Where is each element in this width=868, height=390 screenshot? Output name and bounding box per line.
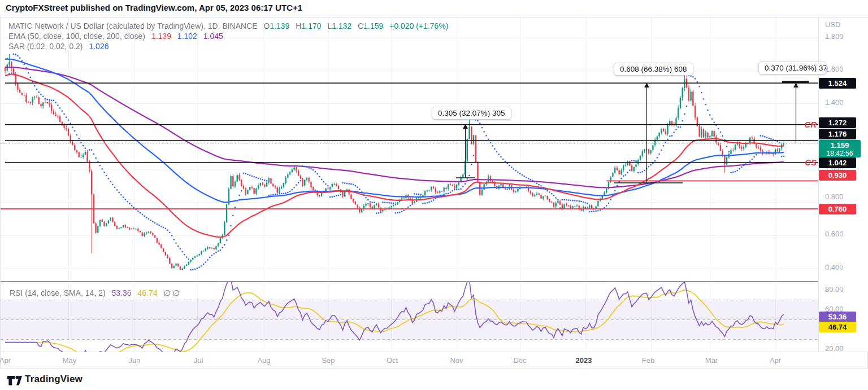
open-label: O [264,21,270,30]
legend-ema-row[interactable]: EMA (50, close, 100, close, 200, close) … [8,31,449,41]
footer-bar: TradingView [0,370,868,390]
price-axis-tick: 20.00 [825,344,844,353]
ema200-value: 1.045 [203,32,223,41]
time-axis-label: Dec [513,356,526,365]
time-axis-label: Apr [0,356,11,365]
price-axis-badge: 1.042 [819,157,856,168]
main-chart-canvas[interactable] [1,17,818,281]
change-value: +0.020 (+1.76%) [389,21,448,30]
time-axis-label: Mar [705,356,718,365]
high-label: H [296,21,301,30]
ema50-value: 1.139 [151,32,171,41]
sar-value: 1.026 [89,42,108,51]
fib-measure-box[interactable]: 0.370 (31.96%) 37 [758,62,827,75]
pane-separator[interactable] [1,281,818,282]
time-axis-label: Jun [129,356,141,365]
time-axis-label: Feb [642,356,654,365]
time-axis-label: Oct [387,356,398,365]
cr-resistance-label: CR [804,120,817,129]
ema100-value: 1.102 [177,32,197,41]
sar-label: SAR (0.02, 0.02, 0.2) [8,42,83,51]
fib-measure-box[interactable]: 0.305 (32.07%) 305 [432,107,511,120]
price-axis-badge: 0.930 [819,170,856,181]
symbol-title: MATIC Network / US Dollar (calculated by… [8,21,258,30]
tradingview-logo-icon[interactable] [7,374,22,385]
rsi-extra-values: ∅ ∅ [163,288,179,297]
legend-symbol-row[interactable]: MATIC Network / US Dollar (calculated by… [8,21,449,31]
cs-support-label: CS [805,157,817,167]
price-axis-badge: 1.176 [819,129,856,139]
plot-area[interactable]: MATIC Network / US Dollar (calculated by… [1,17,818,352]
fib-measure-box[interactable]: 0.608 (66.38%) 608 [614,63,693,76]
price-axis-tick: 0.600 [825,230,844,239]
price-axis-badge: 1.15918:42:56 [819,140,861,157]
tradingview-snapshot-page: CryptoFXStreet published on TradingView.… [0,0,868,390]
price-axis-tick: 80.00 [825,285,844,294]
price-axis-badge: 1.272 [819,117,856,128]
time-axis-label: May [63,356,77,365]
low-value: 1.132 [332,21,351,30]
attribution-text: CryptoFXStreet published on TradingView.… [6,3,302,12]
tradingview-brand-text[interactable]: TradingView [25,374,83,385]
time-axis-label: Aug [257,356,270,365]
close-value: 1.159 [363,21,383,30]
time-axis-label: 2023 [576,356,592,365]
time-axis[interactable]: AprMayJunJulAugSepOctNovDec2023FebMarApr [1,352,867,369]
time-axis-label: Sep [322,356,335,365]
time-axis-label: Nov [450,356,463,365]
time-axis-label: Apr [770,356,781,365]
close-label: C [358,21,363,30]
time-axis-label: Jul [194,356,203,365]
price-axis-tick: 1.600 [825,65,844,74]
price-axis-tick: 1.800 [825,32,844,41]
rsi-ma-value: 46.74 [137,288,157,297]
rsi-legend-row[interactable]: RSI (14, close, SMA, 14, 2) 53.36 46.74 … [10,288,180,297]
price-axis-badge: 0.760 [819,204,856,214]
price-axis-tick: 1.400 [825,98,844,107]
legend: MATIC Network / US Dollar (calculated by… [8,21,449,51]
price-axis-tick: 0.800 [825,192,844,201]
price-axis-badge: 53.36 [819,312,856,322]
open-value: 1.139 [270,21,289,30]
price-axis-badge: 1.524 [819,78,856,89]
rsi-value: 53.36 [112,288,132,297]
chart-widget: MATIC Network / US Dollar (calculated by… [0,17,868,369]
legend-sar-row[interactable]: SAR (0.02, 0.02, 0.2) 1.026 [8,41,449,51]
ema-label: EMA (50, close, 100, close, 200, close) [8,32,145,41]
price-axis-badge: 46.74 [819,322,856,332]
high-value: 1.170 [301,21,321,30]
price-axis-tick: USD [825,20,840,29]
price-axis-tick: 0.400 [825,263,844,272]
rsi-label: RSI (14, close, SMA, 14, 2) [10,288,106,297]
